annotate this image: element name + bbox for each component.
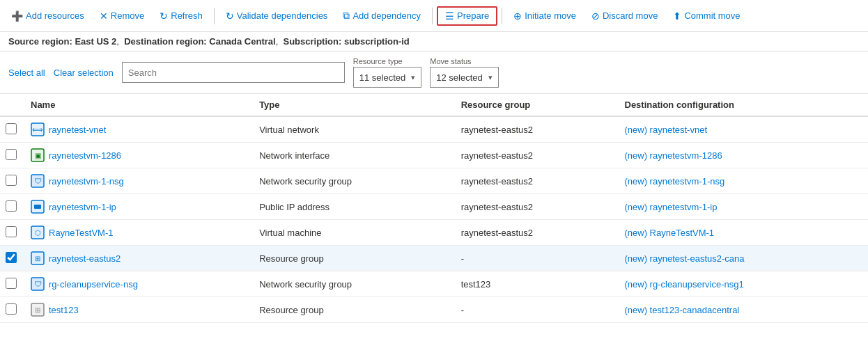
info-bar: Source region: East US 2, Destination re… [0, 32, 868, 52]
row-checkbox-cell [0, 271, 22, 297]
row-type-cell: Resource group [251, 297, 452, 323]
discard-icon: ⊘ [591, 10, 600, 22]
destination-link[interactable]: (new) RayneTestVM-1 [625, 228, 715, 238]
row-resource-group-cell: - [453, 297, 617, 323]
move-status-value: 12 selected [436, 72, 483, 83]
row-checkbox[interactable] [6, 200, 17, 212]
destination-link[interactable]: (new) raynetestvm-1-nsg [625, 176, 725, 187]
row-type-cell: Resource group [251, 246, 452, 271]
row-name-cell: 🛡 rg-cleanupservice-nsg [22, 271, 251, 297]
move-status-label: Move status [430, 57, 499, 65]
resource-type-dropdown[interactable]: 11 selected ▾ [353, 67, 422, 88]
discard-move-button[interactable]: ⊘ Discard move [584, 8, 665, 24]
destination-link[interactable]: (new) rg-cleanupservice-nsg1 [625, 279, 744, 290]
toolbar: ➕ Add resources ✕ Remove ↻ Refresh ↻ Val… [0, 0, 868, 32]
row-type-cell: Network interface [251, 143, 452, 168]
resource-name-link[interactable]: raynetest-eastus2 [49, 253, 121, 264]
col-name: Name [22, 94, 251, 116]
table-container: Name Type Resource group Destination con… [0, 94, 868, 323]
vnet-icon: ⟺ [31, 122, 45, 136]
refresh-button[interactable]: ↻ Refresh [153, 8, 210, 24]
row-checkbox[interactable] [6, 149, 17, 160]
table-row: ⊞ test123 Resource group - (new) test123… [0, 297, 868, 323]
row-name-cell: ⊞ test123 [22, 297, 251, 323]
table-row: ⟺ raynetest-vnet Virtual network raynete… [0, 116, 868, 143]
resource-name-link[interactable]: test123 [49, 305, 79, 315]
clear-selection-link[interactable]: Clear selection [54, 68, 114, 78]
col-destination: Destination configuration [617, 94, 869, 116]
destination-link[interactable]: (new) raynetestvm-1-ip [625, 202, 718, 212]
validate-icon: ↻ [226, 10, 234, 22]
destination-link[interactable]: (new) raynetest-eastus2-cana [625, 253, 745, 264]
toolbar-divider-1 [214, 8, 215, 24]
chevron-down-icon-2: ▾ [488, 73, 493, 82]
table-header-row: Name Type Resource group Destination con… [0, 94, 868, 116]
destination-link[interactable]: (new) raynetestvm-1286 [625, 150, 722, 161]
row-destination-cell: (new) rg-cleanupservice-nsg1 [617, 271, 869, 297]
dependency-icon: ⧉ [343, 10, 350, 22]
move-status-wrapper: Move status 12 selected ▾ [430, 57, 499, 88]
resource-name-link[interactable]: RayneTestVM-1 [49, 228, 113, 238]
table-row: 🛡 rg-cleanupservice-nsg Network security… [0, 271, 868, 297]
row-destination-cell: (new) raynetest-eastus2-cana [617, 246, 869, 271]
table-row: ⬡ RayneTestVM-1 Virtual machine raynetes… [0, 220, 868, 246]
row-checkbox[interactable] [6, 226, 17, 237]
nsg-icon: 🛡 [31, 174, 45, 188]
row-resource-group-cell: test123 [453, 271, 617, 297]
svg-text:⊞: ⊞ [35, 306, 40, 314]
resource-name-link[interactable]: raynetest-vnet [49, 125, 106, 135]
row-name-cell: ⬡ RayneTestVM-1 [22, 220, 251, 246]
table-row: ▣ raynetestvm-1286 Network interface ray… [0, 143, 868, 168]
row-name-cell: ⊞ raynetest-eastus2 [22, 246, 251, 271]
col-type: Type [251, 94, 452, 116]
svg-text:⊞: ⊞ [35, 255, 40, 262]
add-resources-button[interactable]: ➕ Add resources [4, 8, 91, 24]
table-row: 🛡 raynetestvm-1-nsg Network security gro… [0, 168, 868, 194]
row-name-cell: ⟺ raynetest-vnet [22, 116, 251, 143]
destination-link[interactable]: (new) raynetest-vnet [625, 125, 708, 135]
row-resource-group-cell: raynetest-eastus2 [453, 143, 617, 168]
nic-icon: ▣ [31, 148, 45, 162]
row-type-cell: Network security group [251, 271, 452, 297]
commit-icon: ⬆ [673, 10, 681, 22]
row-type-cell: Public IP address [251, 194, 452, 220]
resource-name-link[interactable]: raynetestvm-1286 [49, 150, 121, 161]
select-all-link[interactable]: Select all [8, 68, 45, 78]
add-icon: ➕ [11, 10, 23, 22]
add-dependency-button[interactable]: ⧉ Add dependency [336, 7, 428, 24]
row-checkbox[interactable] [6, 303, 17, 315]
destination-link[interactable]: (new) test123-canadacentral [625, 305, 740, 315]
row-destination-cell: (new) raynetestvm-1286 [617, 143, 869, 168]
svg-rect-7 [34, 205, 41, 209]
commit-move-button[interactable]: ⬆ Commit move [666, 8, 747, 24]
row-checkbox-cell [0, 143, 22, 168]
row-resource-group-cell: raynetest-eastus2 [453, 168, 617, 194]
validate-dependencies-button[interactable]: ↻ Validate dependencies [219, 8, 335, 24]
row-resource-group-cell: raynetest-eastus2 [453, 220, 617, 246]
resource-type-value: 11 selected [359, 72, 406, 83]
nsg-icon: 🛡 [31, 277, 45, 291]
svg-text:🛡: 🛡 [34, 280, 42, 288]
col-resource-group: Resource group [453, 94, 617, 116]
row-checkbox-cell [0, 116, 22, 143]
vm-icon: ⬡ [31, 225, 45, 239]
resource-type-label: Resource type [353, 57, 422, 65]
resource-name-link[interactable]: raynetestvm-1-nsg [49, 176, 124, 187]
row-type-cell: Virtual network [251, 116, 452, 143]
row-checkbox[interactable] [6, 252, 17, 263]
row-checkbox[interactable] [6, 278, 17, 289]
row-checkbox[interactable] [6, 123, 17, 134]
source-region: East US 2 [75, 36, 116, 47]
search-input[interactable] [122, 62, 345, 83]
prepare-button[interactable]: ☰ Prepare [437, 6, 497, 26]
row-checkbox[interactable] [6, 175, 17, 186]
remove-button[interactable]: ✕ Remove [93, 8, 151, 24]
row-name-cell: raynetestvm-1-ip [22, 194, 251, 220]
resource-name-link[interactable]: rg-cleanupservice-nsg [49, 279, 138, 290]
move-status-dropdown[interactable]: 12 selected ▾ [430, 67, 499, 88]
row-checkbox-cell [0, 246, 22, 271]
initiate-move-button[interactable]: ⊕ Initiate move [506, 8, 583, 24]
row-name-cell: ▣ raynetestvm-1286 [22, 143, 251, 168]
resource-name-link[interactable]: raynetestvm-1-ip [49, 202, 116, 212]
filter-bar: Select all Clear selection Resource type… [0, 52, 868, 94]
